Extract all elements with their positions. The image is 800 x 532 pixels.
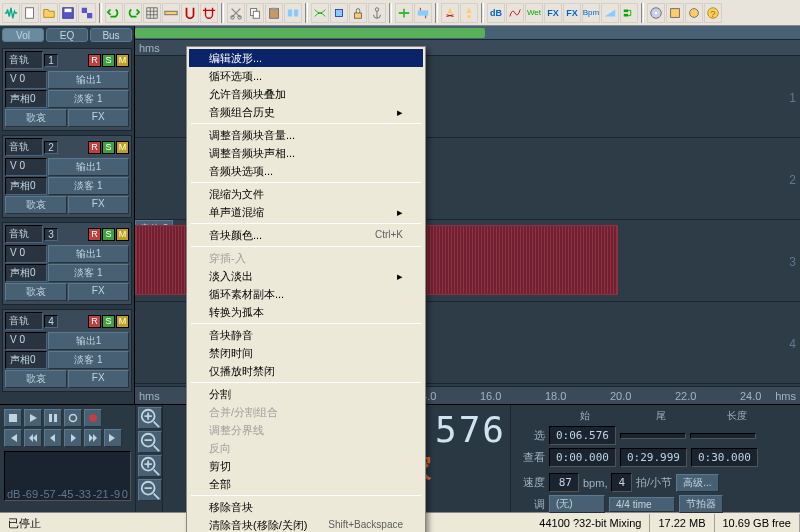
output-button[interactable]: 输出1 xyxy=(48,245,129,263)
read-button[interactable]: 淡客 1 xyxy=(48,177,129,195)
marker-icon[interactable] xyxy=(460,3,478,23)
solo-button[interactable]: S xyxy=(102,54,115,67)
output-button[interactable]: 输出1 xyxy=(48,332,129,350)
sel-start[interactable]: 0:06.576 xyxy=(549,426,616,445)
tool2-icon[interactable] xyxy=(685,3,703,23)
mute-button[interactable]: M xyxy=(116,228,129,241)
fx-button[interactable]: FX xyxy=(68,196,130,214)
mute-button[interactable]: M xyxy=(116,141,129,154)
lock-icon[interactable] xyxy=(349,3,367,23)
bounce-icon[interactable] xyxy=(414,3,432,23)
curve-icon[interactable] xyxy=(506,3,524,23)
tool1-icon[interactable] xyxy=(666,3,684,23)
redo-icon[interactable] xyxy=(124,3,142,23)
mix-icon[interactable] xyxy=(284,3,302,23)
menu-item[interactable]: 调整音频块声相... xyxy=(189,144,423,162)
sel-end[interactable] xyxy=(620,433,686,439)
cd-icon[interactable] xyxy=(647,3,665,23)
menu-item[interactable]: 清除音块(移除/关闭)Shift+Backspace xyxy=(189,516,423,532)
help-icon[interactable]: ? xyxy=(704,3,722,23)
tab-bus[interactable]: Bus xyxy=(90,28,132,42)
prev-button[interactable] xyxy=(44,429,62,447)
fx-button[interactable]: FX xyxy=(68,283,130,301)
menu-item[interactable]: 剪切 xyxy=(189,457,423,475)
record-arm-button[interactable]: R xyxy=(88,228,101,241)
menu-item[interactable]: 音块静音 xyxy=(189,326,423,344)
key-select[interactable]: (无) xyxy=(549,495,605,513)
menu-item[interactable]: 禁闭时间 xyxy=(189,344,423,362)
menu-item[interactable]: 转换为孤本 xyxy=(189,303,423,321)
anchor-icon[interactable] xyxy=(368,3,386,23)
copy-icon[interactable] xyxy=(246,3,264,23)
menu-item[interactable]: 音频块选项... xyxy=(189,162,423,180)
view-length[interactable]: 0:30.000 xyxy=(691,448,758,467)
go-start-button[interactable] xyxy=(4,429,22,447)
solo-button[interactable]: S xyxy=(102,315,115,328)
fade-icon[interactable] xyxy=(601,3,619,23)
metronome-button[interactable]: 节拍器 xyxy=(679,495,723,513)
menu-item[interactable]: 编辑波形... xyxy=(189,49,423,67)
view-end[interactable]: 0:29.999 xyxy=(620,448,687,467)
menu-item[interactable]: 循环素材副本... xyxy=(189,285,423,303)
timesig-select[interactable]: 4/4 time xyxy=(609,497,675,512)
marker-del-icon[interactable] xyxy=(441,3,459,23)
pan-value[interactable]: 声相0 xyxy=(5,90,47,108)
track-name[interactable]: 音轨 xyxy=(5,312,43,330)
next-button[interactable] xyxy=(64,429,82,447)
lock-button[interactable]: 歌哀 xyxy=(5,196,67,214)
tempo-value[interactable]: 87 xyxy=(549,473,579,492)
lock-button[interactable]: 歌哀 xyxy=(5,370,67,388)
go-end-button[interactable] xyxy=(104,429,122,447)
menu-item[interactable]: 单声道混缩▸ xyxy=(189,203,423,221)
volume-value[interactable]: V 0 xyxy=(5,332,47,350)
undo-icon[interactable] xyxy=(105,3,123,23)
view-start[interactable]: 0:00.000 xyxy=(549,448,616,467)
solo-button[interactable]: S xyxy=(102,228,115,241)
menu-item[interactable]: 循环选项... xyxy=(189,67,423,85)
volume-value[interactable]: V 0 xyxy=(5,71,47,89)
lock-button[interactable]: 歌哀 xyxy=(5,283,67,301)
cut-icon[interactable] xyxy=(227,3,245,23)
volume-value[interactable]: V 0 xyxy=(5,158,47,176)
fx-button[interactable]: FX xyxy=(68,109,130,127)
output-button[interactable]: 输出1 xyxy=(48,158,129,176)
stop-button[interactable] xyxy=(4,409,22,427)
lock-button[interactable]: 歌哀 xyxy=(5,109,67,127)
record-arm-button[interactable]: R xyxy=(88,54,101,67)
paste-icon[interactable] xyxy=(265,3,283,23)
solo-button[interactable]: S xyxy=(102,141,115,154)
wet-icon[interactable]: Wet xyxy=(525,3,543,23)
pan-value[interactable]: 声相0 xyxy=(5,351,47,369)
group-icon[interactable] xyxy=(620,3,638,23)
new-icon[interactable] xyxy=(21,3,39,23)
zoom-in-v-icon[interactable] xyxy=(138,407,162,429)
menu-item[interactable]: 淡入淡出▸ xyxy=(189,267,423,285)
menu-item[interactable]: 混缩为文件 xyxy=(189,185,423,203)
mute-button[interactable]: M xyxy=(116,54,129,67)
ruler-icon[interactable] xyxy=(162,3,180,23)
pause-button[interactable] xyxy=(44,409,62,427)
menu-item[interactable]: 音频组合历史▸ xyxy=(189,103,423,121)
rewind-button[interactable] xyxy=(24,429,42,447)
zoom-out-h-icon[interactable] xyxy=(138,479,162,501)
advanced-button[interactable]: 高级... xyxy=(676,474,718,492)
fx-button[interactable]: FX xyxy=(68,370,130,388)
batch-icon[interactable] xyxy=(78,3,96,23)
save-icon[interactable] xyxy=(59,3,77,23)
record-arm-button[interactable]: R xyxy=(88,141,101,154)
play-button[interactable] xyxy=(24,409,42,427)
menu-item[interactable]: 调整音频块音量... xyxy=(189,126,423,144)
tab-vol[interactable]: Vol xyxy=(2,28,44,42)
grid-icon[interactable] xyxy=(143,3,161,23)
snap-grid-icon[interactable] xyxy=(200,3,218,23)
split-icon[interactable] xyxy=(395,3,413,23)
mute-button[interactable]: M xyxy=(116,315,129,328)
read-button[interactable]: 淡客 1 xyxy=(48,351,129,369)
overview-bar[interactable] xyxy=(135,26,800,40)
fx2-icon[interactable]: FX xyxy=(563,3,581,23)
sel-length[interactable] xyxy=(690,433,756,439)
read-button[interactable]: 淡客 1 xyxy=(48,264,129,282)
menu-item[interactable]: 允许音频块叠加 xyxy=(189,85,423,103)
track-name[interactable]: 音轨 xyxy=(5,138,43,156)
record-button[interactable] xyxy=(84,409,102,427)
